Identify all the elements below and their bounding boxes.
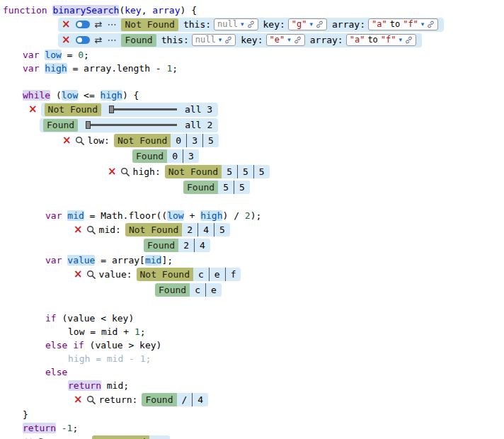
magnifier-icon[interactable] [86,225,96,234]
value-cell[interactable]: e [209,268,225,281]
close-button[interactable]: × [62,35,71,45]
found-badge: Found [142,393,176,406]
toggle-switch[interactable] [76,36,90,44]
invocation-slider[interactable] [86,124,177,126]
toggle-switch[interactable] [76,21,90,28]
log-row: ×return:Found/4 [74,392,503,407]
code-token: var [23,63,45,74]
value-cell[interactable]: 5 [202,134,219,147]
more-options-icon[interactable]: ⋯ [107,35,116,45]
link-icon[interactable] [294,36,302,44]
code-token[interactable]: low [62,90,78,101]
array-dropdown[interactable]: "a" to "f"▾ [346,34,416,46]
value-cell[interactable]: / [177,393,193,406]
key-dropdown[interactable]: "e"▾ [266,34,305,46]
code-token[interactable]: mid [67,210,84,221]
code-token[interactable]: low [167,210,183,221]
value-cell[interactable]: 4 [194,239,210,252]
value-cell[interactable]: 5 [237,165,253,178]
value-cell[interactable]: 5 [253,165,270,178]
close-button[interactable]: × [74,394,83,405]
close-button[interactable]: × [74,269,83,280]
magnifier-icon[interactable] [86,395,96,404]
dropdown-caret-icon: ▾ [399,35,403,45]
close-button[interactable]: × [62,135,71,146]
log-values: Found/4 [142,393,208,406]
code-token: high = mid - 1; [68,353,151,364]
swap-arrows-icon[interactable]: ⇄ [95,35,103,45]
log-row: ×mid:Not Found245 [74,222,503,237]
value-cell[interactable]: -1 [149,435,171,439]
link-icon[interactable] [247,21,255,28]
value-cell[interactable]: e [205,283,222,297]
value-cell[interactable]: 5 [222,165,237,178]
code-token[interactable]: mid [145,255,161,266]
this-dropdown[interactable]: null▾ [214,18,258,30]
value-cell[interactable]: 4 [197,223,214,236]
magnifier-icon[interactable] [120,167,130,176]
code-token: ; [84,50,89,60]
value-cell[interactable]: c [193,268,209,281]
log-values: Not Found245 [125,223,230,236]
code-token: ]; [161,255,173,266]
log-values: Found24 [144,239,210,252]
code-token[interactable]: high [200,210,222,221]
value-cell[interactable]: 2 [182,223,197,236]
link-icon[interactable] [316,21,323,28]
value-cell[interactable]: 0 [167,149,183,163]
swap-arrows-icon[interactable]: ⇄ [95,20,103,29]
log-values: Not Foundcef [137,268,241,281]
value-cell[interactable]: 5 [218,181,234,194]
close-button[interactable]: × [108,166,117,177]
code-token[interactable]: high [45,63,67,74]
code-token[interactable]: return [23,423,56,433]
code-line: return mid; [3,379,503,392]
code-token[interactable]: low [45,50,61,60]
magnifier-icon[interactable] [75,136,84,145]
code-token[interactable]: value [67,255,95,266]
code-line: var high = array.length - 1; [3,62,503,75]
value-cell[interactable]: 4 [192,393,208,406]
value-cell[interactable]: f [225,268,241,281]
value-cell[interactable]: 5 [234,181,250,194]
not-found-badge[interactable]: Not Found [121,18,178,31]
link-icon[interactable] [224,36,232,44]
value-cell[interactable]: c [190,283,205,297]
slider-widget: Foundall 2 [40,118,218,132]
slider-handle[interactable] [109,106,114,113]
not-found-badge: Not Found [92,435,149,439]
this-field: this:null▾ [183,18,258,30]
slider-handle[interactable] [86,121,91,129]
this-label: this: [183,19,211,30]
key-dropdown[interactable]: "g"▾ [288,18,327,30]
found-badge[interactable]: Found [121,34,156,47]
close-button[interactable]: × [74,224,83,235]
value-cell[interactable]: 3 [186,134,202,147]
code-token[interactable]: while [23,90,50,101]
close-button[interactable]: × [62,19,71,30]
code-token: ) { [122,90,139,101]
close-button[interactable]: × [28,104,38,115]
magnifier-icon[interactable] [86,270,96,279]
dropdown-value: "g" [292,19,307,30]
value-cell[interactable]: 0 [171,134,186,147]
code-token: array [152,5,180,16]
code-token: + [184,210,200,221]
code-token[interactable]: binarySearch [52,5,119,16]
value-cell[interactable]: 3 [183,149,199,163]
value-cell[interactable]: 5 [214,223,230,236]
code-token: (value > key) [84,340,162,350]
code-token: ); [251,210,262,221]
more-options-icon[interactable]: ⋯ [107,20,116,29]
code-token[interactable]: return [68,380,101,391]
value-cell[interactable]: 2 [178,239,194,252]
link-icon[interactable] [427,21,435,28]
log-values: Not Found035 [114,134,219,147]
this-dropdown[interactable]: null▾ [192,34,236,46]
code-token: function [3,5,52,16]
link-icon[interactable] [405,36,413,44]
code-token[interactable]: high [101,90,122,101]
array-dropdown[interactable]: "a" to "f"▾ [368,18,438,30]
value-cells: 03 [167,149,199,163]
invocation-slider[interactable] [109,108,177,110]
